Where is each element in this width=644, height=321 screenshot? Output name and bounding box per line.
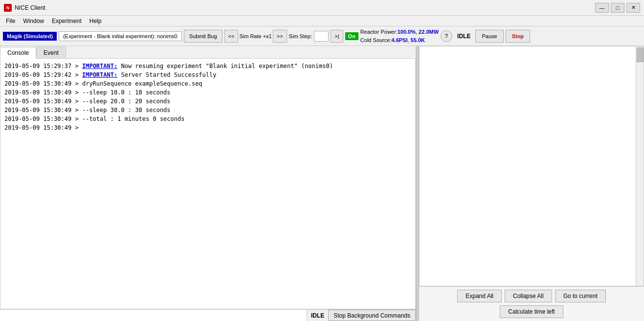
log-ts-1: 2019-05-09 15:29:42 > — [4, 71, 82, 78]
tab-bar: Console Event — [0, 46, 416, 59]
left-panel: Console Event 2019-05-09 15:29:37 > IMPO… — [0, 46, 416, 321]
window-title: NICE Client — [15, 4, 595, 11]
log-important-1: IMPORTANT: — [82, 71, 117, 78]
maximize-button[interactable]: □ — [611, 3, 624, 13]
window-controls: — □ ✕ — [595, 3, 640, 13]
sim-rate-controls: << Sim Rate +x1 >> — [224, 30, 287, 43]
sim-step-input[interactable] — [314, 31, 329, 42]
sim-step-controls: Sim Step: >| — [289, 30, 343, 43]
sim-rate-label: Sim Rate +x1 — [239, 33, 271, 39]
mode-badge: Magik (Simulated) — [3, 32, 57, 41]
close-button[interactable]: ✕ — [626, 3, 640, 13]
sim-step-label: Sim Step: — [289, 33, 312, 39]
submit-bug-button[interactable]: Submit Bug — [184, 30, 222, 43]
right-btn-row-2: Calculate time left — [423, 305, 640, 318]
cold-source-label: Cold Source: — [360, 37, 392, 43]
log-line-3: 2019-05-09 15:30:49 > --sleep 10.0 : 10 … — [4, 88, 411, 97]
menu-experiment[interactable]: Experiment — [48, 17, 86, 25]
cold-source-psi: 4.6PSI — [391, 37, 407, 43]
main-content: Console Event 2019-05-09 15:29:37 > IMPO… — [0, 46, 644, 321]
tab-console[interactable]: Console — [0, 47, 36, 59]
log-line-5: 2019-05-09 15:30:49 > --sleep 30.0 : 30 … — [4, 106, 411, 115]
log-text-1: Server Started Successfully — [117, 71, 216, 78]
log-line-2: 2019-05-09 15:30:49 > dryRunSequence exa… — [4, 79, 411, 88]
menu-help[interactable]: Help — [86, 17, 106, 25]
help-button[interactable]: ? — [441, 30, 452, 42]
app-icon: N — [4, 4, 12, 12]
reactor-power-value: 100.0% — [398, 29, 416, 35]
on-badge: On — [345, 32, 358, 40]
go-to-current-button[interactable]: Go to current — [555, 290, 606, 302]
forward-button[interactable]: >| — [331, 30, 343, 43]
log-line-6: 2019-05-09 15:30:49 > --total : 1 minute… — [4, 115, 411, 123]
stop-background-button[interactable]: Stop Background Commands — [328, 310, 416, 321]
sim-right-button[interactable]: >> — [273, 30, 287, 43]
title-bar: N NICE Client — □ ✕ — [0, 0, 644, 16]
log-important-0: IMPORTANT: — [82, 63, 117, 69]
right-buttons-area: Expand All Collapse All Go to current Ca… — [419, 286, 644, 321]
menu-file[interactable]: File — [2, 17, 19, 25]
right-content-area — [419, 46, 644, 286]
log-text-0: Now resuming experiment "Blank initial e… — [117, 63, 333, 69]
menu-window[interactable]: Window — [19, 17, 48, 25]
experiment-label: (Experiment - Blank initial experiment):… — [59, 31, 182, 41]
sim-left-button[interactable]: << — [224, 30, 239, 43]
console-output: 2019-05-09 15:29:37 > IMPORTANT: Now res… — [0, 59, 416, 309]
bottom-bar: IDLE Stop Background Commands — [0, 309, 416, 321]
calculate-time-button[interactable]: Calculate time left — [500, 305, 563, 318]
reactor-info: Reactor Power:100.0%, 22.0MW Cold Source… — [360, 28, 439, 44]
stop-button[interactable]: Stop — [506, 30, 530, 43]
bottom-idle-status: IDLE — [307, 310, 328, 321]
right-scrollbar[interactable] — [636, 46, 644, 286]
expand-all-button[interactable]: Expand All — [457, 290, 502, 302]
log-line-4: 2019-05-09 15:30:49 > --sleep 20.0 : 20 … — [4, 97, 411, 106]
log-ts-0: 2019-05-09 15:29:37 > — [4, 63, 82, 69]
minimize-button[interactable]: — — [595, 3, 609, 13]
right-btn-row-1: Expand All Collapse All Go to current — [423, 290, 640, 302]
log-line-7: 2019-05-09 15:30:49 > — [4, 123, 411, 132]
menu-bar: File Window Experiment Help — [0, 16, 644, 26]
reactor-mw-value: 22.0MW — [419, 29, 439, 35]
scrollbar-thumb[interactable] — [637, 47, 644, 62]
reactor-power-label: Reactor Power: — [360, 29, 398, 35]
pause-button[interactable]: Pause — [475, 30, 503, 43]
right-panel: Expand All Collapse All Go to current Ca… — [419, 46, 644, 321]
command-input[interactable] — [0, 310, 307, 321]
idle-badge: IDLE — [454, 33, 473, 40]
toolbar: Magik (Simulated) (Experiment - Blank in… — [0, 26, 644, 46]
log-line-1: 2019-05-09 15:29:42 > IMPORTANT: Server … — [4, 70, 411, 79]
cold-source-k: 55.0K — [411, 37, 425, 43]
log-line-0: 2019-05-09 15:29:37 > IMPORTANT: Now res… — [4, 62, 411, 70]
tab-event[interactable]: Event — [36, 46, 66, 58]
collapse-all-button[interactable]: Collapse All — [505, 290, 552, 302]
